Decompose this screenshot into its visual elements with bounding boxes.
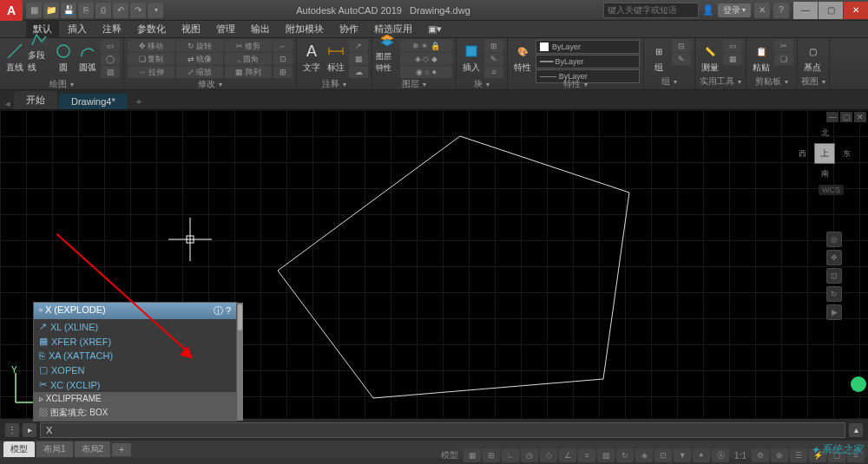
edit-block-icon[interactable]: ✎ — [484, 53, 503, 65]
layer-match-icon[interactable]: ◈ ◇ ◆ — [400, 53, 452, 65]
layer-freeze-icon[interactable]: ❄ ☀ 🔒 — [400, 40, 452, 52]
autocomplete-item[interactable]: ↗ XL (XLINE) — [34, 319, 236, 334]
tab-start[interactable]: 开始 — [14, 91, 57, 109]
command-input[interactable]: X — [40, 422, 845, 438]
paste-button[interactable]: 📋粘贴 — [750, 40, 773, 75]
tab-insert[interactable]: 插入 — [61, 21, 94, 37]
create-block-icon[interactable]: ⊞ — [484, 40, 503, 52]
trim-button[interactable]: ✂ 修剪 — [225, 40, 272, 52]
tab-output[interactable]: 输出 — [244, 21, 277, 37]
cut-icon[interactable]: ✂ — [774, 40, 793, 52]
3dosnap-icon[interactable]: ◈ — [635, 448, 653, 462]
qat-save-icon[interactable]: 💾 — [61, 3, 76, 18]
tab-new[interactable]: + — [129, 94, 148, 109]
panel-draw-label[interactable]: 绘图 — [3, 78, 120, 90]
lineweight-dropdown[interactable]: ━━━ ByLayer — [536, 55, 640, 69]
tab-manage[interactable]: 管理 — [209, 21, 242, 37]
qat-undo-icon[interactable]: ↶ — [113, 3, 128, 18]
help-search-input[interactable]: 键入关键字或短语 — [603, 3, 699, 18]
panel-block-label[interactable]: 块 — [460, 78, 503, 90]
line-button[interactable]: 直线 — [3, 40, 26, 75]
status-model[interactable]: 模型 — [437, 449, 462, 461]
tab-view[interactable]: 视图 — [174, 21, 207, 37]
tab-prev-icon[interactable]: ◂ — [5, 98, 14, 109]
group-button[interactable]: ⊞组 — [648, 40, 670, 75]
tab-addins[interactable]: 附加模块 — [279, 21, 331, 37]
hatch-icon[interactable]: ▨ — [101, 66, 120, 78]
isolate-icon[interactable]: ☰ — [790, 448, 807, 462]
viewcube-north[interactable]: 北 — [821, 127, 829, 139]
modify-extra3-icon[interactable]: ⊞ — [273, 66, 293, 78]
cloud-icon[interactable]: ☁ — [349, 66, 368, 78]
dyn-ucs-icon[interactable]: ⊡ — [654, 448, 672, 462]
cycling-icon[interactable]: ↻ — [616, 448, 634, 462]
calc-icon[interactable]: ▦ — [723, 53, 742, 65]
maximize-button[interactable]: ▢ — [819, 2, 843, 19]
viewcube-top[interactable]: 上 — [814, 143, 835, 164]
panel-group-label[interactable]: 组 — [648, 75, 691, 88]
close-button[interactable]: ✕ — [844, 2, 868, 19]
autocomplete-sysvar[interactable]: ▹ XCLIPFRAME — [34, 392, 236, 405]
annotation-monitor-icon[interactable]: ⊕ — [771, 448, 788, 462]
ortho-toggle-icon[interactable]: ∟ — [502, 448, 519, 462]
autocomplete-item[interactable]: ▦ XFER (XREF) — [34, 334, 236, 349]
gizmo-icon[interactable]: ✦ — [693, 448, 710, 462]
exchange-icon[interactable]: ✕ — [754, 3, 770, 18]
autocomplete-hatch[interactable]: ▨ 图案填充: BOX — [34, 405, 236, 421]
tab-collab[interactable]: 协作 — [332, 21, 365, 37]
tab-layout2[interactable]: 布局2 — [75, 441, 111, 457]
panel-modify-label[interactable]: 修改 — [128, 78, 293, 90]
fillet-button[interactable]: ◟ 圆角 — [225, 53, 272, 65]
workspace-icon[interactable]: ⚙ — [752, 448, 769, 462]
base-button[interactable]: ▢基点 — [801, 40, 824, 75]
autocomplete-item[interactable]: ⎘ XA (XATTACH) — [34, 349, 236, 363]
leader-icon[interactable]: ↗ — [349, 40, 368, 52]
rotate-button[interactable]: ↻ 旋转 — [176, 40, 223, 52]
tab-overflow-icon[interactable]: ▣▾ — [421, 22, 449, 36]
otrack-toggle-icon[interactable]: ∠ — [559, 448, 576, 462]
osnap-toggle-icon[interactable]: ◇ — [540, 448, 557, 462]
panel-utils-label[interactable]: 实用工具 — [699, 75, 742, 88]
app-logo[interactable]: A — [0, 0, 23, 21]
scale-button[interactable]: ⤢ 缩放 — [176, 66, 223, 78]
tab-layout-add[interactable]: + — [112, 443, 131, 456]
grid-toggle-icon[interactable]: ▦ — [464, 448, 481, 462]
qat-plot-icon[interactable]: ⎙ — [95, 3, 111, 18]
viewcube-west[interactable]: 西 — [799, 148, 806, 160]
modify-extra2-icon[interactable]: ⊡ — [273, 53, 293, 65]
props-button[interactable]: 🎨特性 — [511, 40, 534, 75]
polar-toggle-icon[interactable]: ◷ — [521, 448, 538, 462]
autocomp-help2-icon[interactable]: ? — [226, 305, 231, 316]
panel-layers-label[interactable]: 图层 — [376, 78, 452, 90]
panel-props-label[interactable]: 特性 — [511, 78, 640, 90]
wcs-label[interactable]: WCS — [819, 185, 844, 195]
qat-more-icon[interactable] — [148, 3, 163, 18]
tab-layout1[interactable]: 布局1 — [36, 441, 73, 457]
select-icon[interactable]: ▭ — [723, 40, 742, 52]
dim-button[interactable]: 标注 — [325, 40, 347, 75]
color-dropdown[interactable]: ByLayer — [536, 40, 640, 54]
qat-new-icon[interactable]: ▦ — [26, 3, 42, 18]
qat-saveas-icon[interactable]: ⎘ — [78, 3, 94, 18]
rect-icon[interactable]: ▭ — [101, 40, 120, 52]
move-button[interactable]: ✥ 移动 — [128, 40, 174, 52]
tab-drawing4[interactable]: Drawing4* — [59, 94, 128, 109]
stretch-button[interactable]: ↔ 拉伸 — [128, 66, 174, 78]
layerprops-button[interactable]: 图层特性 — [376, 40, 398, 75]
viewcube-east[interactable]: 东 — [843, 148, 851, 160]
autocomplete-item[interactable]: ▢ XOPEN — [34, 363, 236, 377]
orbit-icon[interactable]: ↻ — [826, 286, 842, 302]
selection-filter-icon[interactable]: ▼ — [674, 448, 691, 462]
autocomplete-item[interactable]: ✂ XC (XCLIP) — [34, 377, 236, 392]
insert-button[interactable]: 插入 — [460, 40, 483, 75]
copy-clip-icon[interactable]: ❏ — [774, 53, 793, 65]
cmd-handle-icon[interactable]: ⋮ — [5, 423, 19, 437]
ungroup-icon[interactable]: ⊟ — [672, 40, 691, 52]
attr-block-icon[interactable]: ≡ — [484, 66, 503, 78]
qat-open-icon[interactable]: 📁 — [43, 3, 59, 18]
groupedit-icon[interactable]: ✎ — [672, 53, 691, 65]
array-button[interactable]: ▦ 阵列 — [225, 66, 272, 78]
layer-iso-icon[interactable]: ◉ ○ ● — [400, 66, 452, 78]
steering-wheel-icon[interactable]: ◎ — [826, 232, 842, 247]
polyline-button[interactable]: 多段线 — [28, 40, 50, 75]
